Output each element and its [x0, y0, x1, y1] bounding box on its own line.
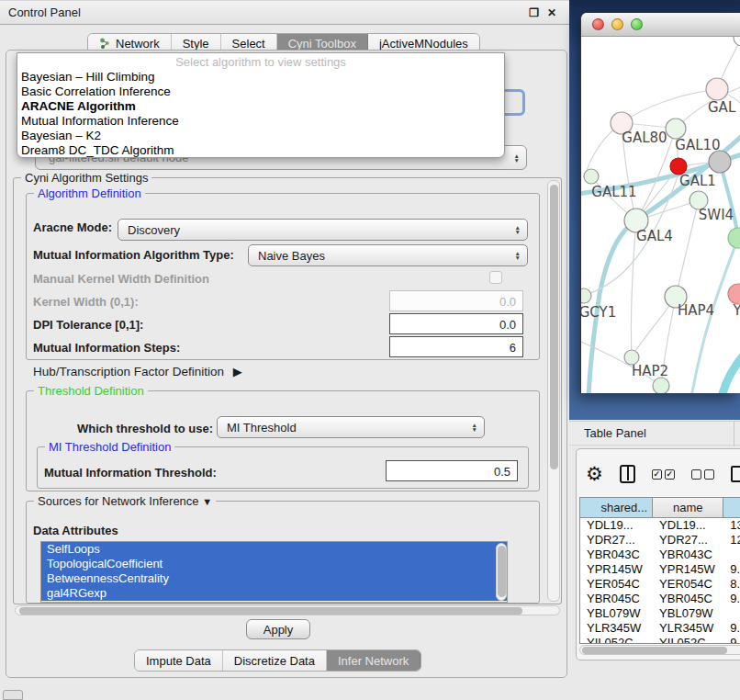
table-row[interactable]: YDL19...YDL19...13: [580, 518, 740, 533]
network-node[interactable]: [653, 378, 669, 393]
attribute-list-item[interactable]: BetweennessCentrality: [41, 571, 507, 586]
network-node-gal11[interactable]: [584, 169, 599, 184]
network-node-gal[interactable]: [706, 78, 728, 100]
table-cell: 13: [723, 518, 740, 533]
table-cell: YLR345W: [653, 621, 723, 636]
hub-definition-toggle[interactable]: Hub/Transcription Factor Definition ▶: [33, 365, 242, 378]
table-horizontal-scrollbar[interactable]: [579, 645, 740, 655]
table-panel-title: Table Panel: [569, 426, 646, 440]
settings-vertical-scrollbar[interactable]: [547, 180, 560, 602]
network-node[interactable]: [728, 228, 740, 248]
dpi-tolerance-label: DPI Tolerance [0,1]:: [33, 318, 143, 332]
combo-stepper-icon: ▲▼: [472, 423, 477, 432]
aracne-mode-combo[interactable]: Discovery ▲▼: [118, 219, 528, 241]
network-window-titlebar[interactable]: [581, 13, 740, 37]
table-cell: YER054C: [653, 577, 723, 592]
table-row[interactable]: YPR145WYPR145W9.: [580, 562, 740, 577]
sources-group-title[interactable]: Sources for Network Inference ▼: [34, 494, 216, 508]
dropdown-item[interactable]: Bayesian – K2: [17, 129, 504, 143]
document-icon[interactable]: [731, 466, 740, 482]
close-traffic-light-icon[interactable]: [592, 18, 604, 30]
table-row[interactable]: YBL079WYBL079W: [580, 606, 740, 621]
table-cell: YIL052C: [580, 636, 653, 644]
network-canvas[interactable]: GALGAL80GAL10GAL1GAL11SWI4GAL4GCY1HAP4YH…: [581, 37, 740, 393]
float-icon[interactable]: ❐: [529, 7, 539, 18]
dropdown-item[interactable]: Mutual Information Inference: [17, 114, 504, 129]
gear-icon[interactable]: ⚙: [586, 465, 603, 483]
mi-type-combo[interactable]: Naive Bayes ▲▼: [248, 244, 528, 266]
tab-infer-network[interactable]: Infer Network: [327, 650, 420, 671]
mi-steps-field[interactable]: 6: [389, 336, 523, 357]
table-row[interactable]: YBR043CYBR043C: [580, 548, 740, 562]
table-row[interactable]: YER054CYER054C8.: [580, 577, 740, 592]
network-node-gcy1[interactable]: [581, 288, 591, 303]
network-node[interactable]: [709, 151, 731, 173]
table-cell: 9.: [723, 592, 740, 606]
control-panel-title: Control Panel: [0, 6, 81, 19]
tab-label: Network: [116, 37, 160, 51]
table-cell: YDR27...: [653, 533, 723, 548]
node-label: GAL11: [591, 184, 636, 200]
tab-label: Select: [232, 37, 265, 51]
close-icon[interactable]: ✕: [547, 7, 556, 18]
column-header[interactable]: name: [653, 498, 723, 517]
kernel-width-field[interactable]: 0.0: [389, 290, 523, 311]
table-row[interactable]: YIL052CYIL052C9: [580, 636, 740, 644]
chevron-right-icon[interactable]: ▶: [233, 365, 242, 378]
zoom-traffic-light-icon[interactable]: [631, 18, 643, 30]
dropdown-item[interactable]: Bayesian – Hill Climbing: [17, 70, 504, 85]
table-row[interactable]: YDR27...YDR27...12: [580, 533, 740, 548]
chevron-down-icon[interactable]: ▼: [202, 496, 212, 507]
network-node[interactable]: [734, 37, 740, 46]
tab-discretize-data[interactable]: Discretize Data: [223, 650, 327, 671]
node-label: GCY1: [581, 304, 616, 321]
attribute-list-item[interactable]: SelfLoops: [41, 542, 507, 557]
collapsed-panel-button[interactable]: [3, 690, 23, 700]
algorithm-definition-title: Algorithm Definition: [34, 186, 145, 200]
table-cell: YPR145W: [653, 562, 723, 577]
network-edge[interactable]: [721, 338, 740, 393]
tab-label: Cyni Toolbox: [288, 37, 356, 51]
apply-button[interactable]: Apply: [246, 619, 310, 639]
combo-stepper-icon: ▲▼: [514, 153, 520, 163]
dpi-tolerance-field[interactable]: 0.0: [389, 313, 523, 334]
which-threshold-label: Which threshold to use:: [77, 422, 213, 435]
node-label: GAL: [708, 99, 736, 116]
data-attributes-label: Data Attributes: [33, 524, 118, 537]
dropdown-item[interactable]: Dream8 DC_TDC Algorithm: [17, 143, 504, 158]
network-edge[interactable]: [676, 200, 699, 297]
table-row[interactable]: YBR045CYBR045C9.: [580, 592, 740, 606]
threshold-definition-title: Threshold Definition: [34, 384, 148, 398]
node-label: HAP4: [678, 302, 714, 319]
which-threshold-combo[interactable]: MI Threshold ▲▼: [217, 416, 485, 438]
data-attributes-list[interactable]: SelfLoopsTopologicalCoefficientBetweenne…: [40, 541, 508, 603]
table-header-row: shared...name: [580, 498, 740, 518]
deselect-all-checkboxes-icon[interactable]: [691, 469, 714, 480]
table-row[interactable]: YLR345WYLR345W9.: [580, 621, 740, 636]
column-header[interactable]: shared...: [580, 498, 653, 517]
table-cell: 9.: [723, 562, 740, 577]
combo-stepper-icon: ▲▼: [515, 251, 521, 260]
attribute-list-scrollbar[interactable]: [496, 543, 507, 601]
tab-impute-data[interactable]: Impute Data: [135, 650, 223, 671]
dropdown-item[interactable]: Basic Correlation Inference: [17, 85, 504, 99]
column-header[interactable]: [723, 498, 740, 517]
table-cell: YBR043C: [653, 548, 723, 562]
network-node-gal10[interactable]: [666, 119, 686, 139]
network-graph[interactable]: GALGAL80GAL10GAL1GAL11SWI4GAL4GCY1HAP4YH…: [581, 37, 740, 393]
minimize-traffic-light-icon[interactable]: [611, 18, 623, 30]
select-all-checkboxes-icon[interactable]: ✓✓: [652, 469, 675, 480]
attribute-list-item[interactable]: TopologicalCoefficient: [41, 557, 507, 571]
attribute-list-item[interactable]: gal4RGexp: [41, 586, 507, 601]
table-cell: YBR045C: [653, 592, 723, 606]
network-node-y[interactable]: [728, 284, 740, 304]
settings-horizontal-scrollbar[interactable]: [15, 605, 560, 615]
dropdown-item[interactable]: ARACNE Algorithm: [17, 99, 504, 114]
node-label: HAP2: [632, 363, 668, 379]
mi-threshold-field[interactable]: 0.5: [386, 460, 518, 481]
columns-icon[interactable]: [620, 465, 635, 483]
manual-kernel-checkbox[interactable]: [489, 271, 502, 284]
node-label: Y: [732, 302, 740, 319]
network-edge[interactable]: [720, 162, 738, 238]
hub-definition-label: Hub/Transcription Factor Definition: [33, 365, 224, 378]
